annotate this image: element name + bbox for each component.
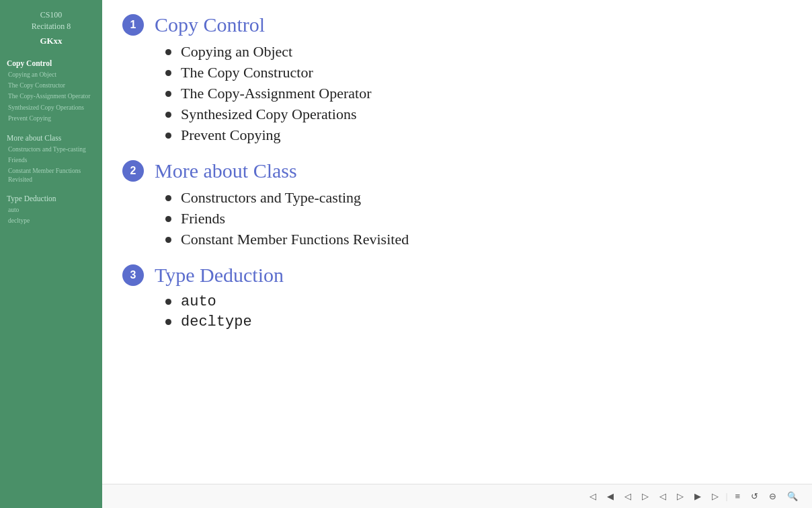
- sidebar-item-synthesized-copy[interactable]: Synthesized Copy Operations: [0, 102, 102, 113]
- item-text: decltype: [181, 314, 252, 330]
- item-text: Synthesized Copy Operations: [181, 106, 357, 123]
- section-2-title: More about Class: [155, 159, 297, 182]
- nav-next-section-button[interactable]: ▷: [639, 490, 652, 503]
- sidebar-section-type-deduction[interactable]: Type Deduction: [0, 189, 102, 205]
- sidebar-item-copying-object[interactable]: Copying an Object: [0, 69, 102, 80]
- sidebar-recitation: Recitation 8: [5, 21, 97, 32]
- list-item: Friends: [165, 210, 778, 227]
- sidebar-item-copy-assignment[interactable]: The Copy-Assignment Operator: [0, 91, 102, 102]
- list-item: The Copy Constructor: [165, 64, 778, 81]
- section-2: 2 More about Class Constructors and Type…: [122, 159, 778, 252]
- section-3-number: 3: [122, 264, 144, 286]
- section-3-header: 3 Type Deduction: [122, 264, 778, 287]
- section-3: 3 Type Deduction auto decltype: [122, 264, 778, 334]
- bullet-icon: [165, 195, 171, 201]
- item-text: Friends: [181, 210, 225, 227]
- sidebar-section-copy-control[interactable]: Copy Control: [0, 54, 102, 69]
- sidebar-section-more-about-class[interactable]: More about Class: [0, 129, 102, 144]
- list-item: Constructors and Type-casting: [165, 189, 778, 207]
- sidebar-item-copy-constructor[interactable]: The Copy Constructor: [0, 80, 102, 91]
- sidebar-course: CS100: [5, 9, 97, 21]
- list-item: auto: [165, 293, 778, 310]
- section-1: 1 Copy Control Copying an Object The Cop…: [122, 13, 778, 147]
- nav-loop-button[interactable]: ↺: [747, 490, 762, 503]
- nav-first-button[interactable]: ◁: [586, 490, 600, 503]
- sidebar-item-constructors-typecasting[interactable]: Constructors and Type-casting: [0, 144, 102, 155]
- bullet-icon: [165, 299, 171, 305]
- bullet-icon: [165, 91, 171, 97]
- sidebar-header: CS100 Recitation 8 GKxx: [0, 0, 102, 54]
- list-item: decltype: [165, 314, 778, 330]
- item-text: Constant Member Functions Revisited: [181, 231, 409, 248]
- nav-divider: |: [726, 491, 728, 502]
- sidebar-item-decltype[interactable]: decltype: [0, 215, 102, 226]
- nav-menu-button[interactable]: ≡: [731, 490, 743, 503]
- nav-search-button[interactable]: 🔍: [784, 490, 801, 503]
- nav-prev-section-button[interactable]: ◁: [621, 490, 635, 503]
- list-item: Prevent Copying: [165, 126, 778, 144]
- list-item: Constant Member Functions Revisited: [165, 231, 778, 248]
- item-text: Prevent Copying: [181, 126, 281, 144]
- nav-zoom-button[interactable]: ⊖: [766, 490, 780, 503]
- nav-next-page-button[interactable]: ▷: [674, 490, 687, 503]
- list-item: The Copy-Assignment Operator: [165, 85, 778, 102]
- bullet-icon: [165, 216, 171, 222]
- sidebar-item-prevent-copying[interactable]: Prevent Copying: [0, 113, 102, 124]
- sidebar-item-friends[interactable]: Friends: [0, 155, 102, 166]
- section-1-number: 1: [122, 14, 144, 36]
- item-text: auto: [181, 293, 216, 310]
- sidebar-gkxx: GKxx: [5, 35, 97, 47]
- item-text: The Copy Constructor: [181, 64, 313, 81]
- bullet-icon: [165, 112, 171, 118]
- list-item: Synthesized Copy Operations: [165, 106, 778, 123]
- main-content: 1 Copy Control Copying an Object The Cop…: [102, 0, 812, 508]
- sidebar: CS100 Recitation 8 GKxx Copy Control Cop…: [0, 0, 102, 508]
- item-text: Copying an Object: [181, 43, 292, 61]
- sidebar-item-constant-member[interactable]: Constant Member Functions Revisited: [0, 166, 102, 185]
- section-1-header: 1 Copy Control: [122, 13, 778, 36]
- bullet-icon: [165, 133, 171, 139]
- nav-prev-page-button[interactable]: ◁: [656, 490, 669, 503]
- list-item: Copying an Object: [165, 43, 778, 61]
- bottom-nav-bar: ◁ ◀ ◁ ▷ ◁ ▷ ▶ ▷ | ≡ ↺ ⊖ 🔍: [102, 484, 812, 508]
- section-1-items: Copying an Object The Copy Constructor T…: [165, 43, 778, 144]
- nav-prev-button[interactable]: ◀: [604, 490, 617, 503]
- section-3-items: auto decltype: [165, 293, 778, 330]
- section-2-header: 2 More about Class: [122, 159, 778, 182]
- sidebar-item-auto[interactable]: auto: [0, 205, 102, 215]
- bullet-icon: [165, 49, 171, 55]
- nav-next-button[interactable]: ▶: [691, 490, 704, 503]
- item-text: The Copy-Assignment Operator: [181, 85, 372, 102]
- section-2-number: 2: [122, 160, 144, 182]
- bullet-icon: [165, 237, 171, 243]
- section-2-items: Constructors and Type-casting Friends Co…: [165, 189, 778, 248]
- item-text: Constructors and Type-casting: [181, 189, 361, 207]
- section-3-title: Type Deduction: [155, 264, 284, 287]
- section-1-title: Copy Control: [155, 13, 265, 36]
- bullet-icon: [165, 319, 171, 325]
- bullet-icon: [165, 70, 171, 76]
- nav-last-button[interactable]: ▷: [708, 490, 722, 503]
